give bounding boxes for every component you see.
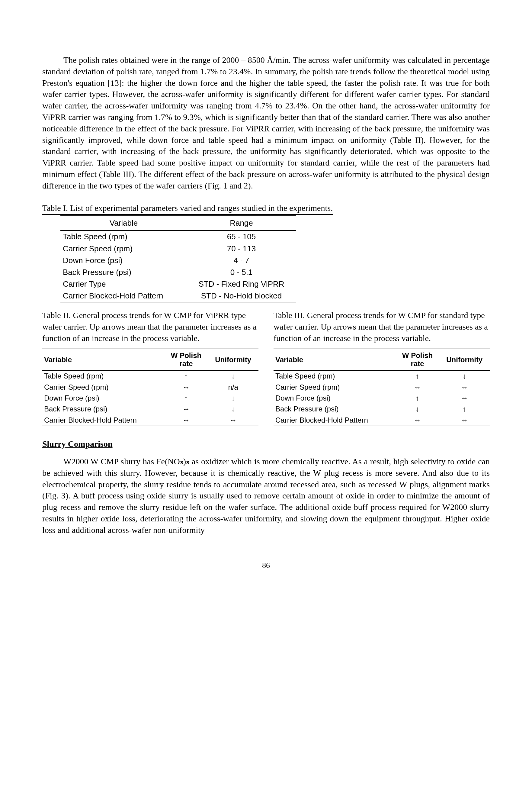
table-row: Back Pressure (psi) 0 - 5.1 <box>60 266 296 278</box>
cell-rate: ↑ <box>165 371 208 381</box>
cell-rate: ↔ <box>396 382 439 393</box>
table2-header-rate: W Polishrate <box>165 349 208 371</box>
cell-unif: ↓ <box>439 371 490 381</box>
cell-var: Down Force (psi) <box>42 393 165 404</box>
table1-header-var: Variable <box>60 216 187 231</box>
table-1: Variable Range Table Speed (rpm) 65 - 10… <box>60 215 296 302</box>
table3-header-unif: Uniformity <box>439 349 490 371</box>
table-row: Carrier Blocked-Hold Pattern ↔ ↔ <box>274 415 490 426</box>
cell-var: Carrier Blocked-Hold Pattern <box>42 415 165 426</box>
table-row: Table Speed (rpm) 65 - 105 <box>60 231 296 243</box>
cell-var: Table Speed (rpm) <box>42 371 165 381</box>
cell-unif: ↓ <box>208 393 258 404</box>
table1-title: Table I. List of experimental parameters… <box>42 202 333 215</box>
table-row: Back Pressure (psi) ↔ ↓ <box>42 404 258 415</box>
table2-caption: Table II. General process trends for W C… <box>42 310 258 344</box>
table1-header-range: Range <box>187 216 296 231</box>
cell-rate: ↑ <box>165 393 208 404</box>
table-row: Table Speed (rpm) ↑ ↓ <box>42 371 258 381</box>
table-row: Carrier Speed (rpm) ↔ n/a <box>42 382 258 393</box>
cell-rate: ↑ <box>396 393 439 404</box>
cell-rate: ↔ <box>165 404 208 415</box>
cell-unif: n/a <box>208 382 258 393</box>
cell-range: STD - Fixed Ring ViPRR <box>187 278 296 290</box>
table2-header-unif: Uniformity <box>208 349 258 371</box>
section-heading-slurry: Slurry Comparison <box>42 438 490 450</box>
cell-unif: ↔ <box>439 393 490 404</box>
cell-range: 70 - 113 <box>187 243 296 255</box>
cell-var: Carrier Speed (rpm) <box>60 243 187 255</box>
cell-unif: ↔ <box>439 415 490 426</box>
table-2: Variable W Polishrate Uniformity Table S… <box>42 349 258 426</box>
table3-caption: Table III. General process trends for W … <box>274 310 490 344</box>
cell-unif: ↔ <box>208 415 258 426</box>
cell-var: Carrier Speed (rpm) <box>274 382 396 393</box>
cell-var: Table Speed (rpm) <box>60 231 187 243</box>
table3-header-rate: W Polishrate <box>396 349 439 371</box>
table-3: Variable W Polishrate Uniformity Table S… <box>274 349 490 426</box>
cell-rate: ↑ <box>396 371 439 381</box>
cell-unif: ↔ <box>439 382 490 393</box>
cell-var: Carrier Type <box>60 278 187 290</box>
table-row: Carrier Speed (rpm) 70 - 113 <box>60 243 296 255</box>
paragraph-1: The polish rates obtained were in the ra… <box>42 54 490 191</box>
cell-var: Carrier Blocked-Hold Pattern <box>60 290 187 302</box>
cell-range: 0 - 5.1 <box>187 266 296 278</box>
paragraph-2: W2000 W CMP slurry has Fe(NO₃)₃ as oxidi… <box>42 456 490 536</box>
cell-range: 65 - 105 <box>187 231 296 243</box>
cell-unif: ↓ <box>208 404 258 415</box>
table-row: Carrier Type STD - Fixed Ring ViPRR <box>60 278 296 290</box>
cell-var: Back Pressure (psi) <box>274 404 396 415</box>
cell-rate: ↔ <box>165 382 208 393</box>
cell-var: Down Force (psi) <box>274 393 396 404</box>
table3-header-var: Variable <box>274 349 396 371</box>
table2-column: Table II. General process trends for W C… <box>42 310 258 426</box>
table-row: Table Speed (rpm) ↑ ↓ <box>274 371 490 381</box>
cell-var: Table Speed (rpm) <box>274 371 396 381</box>
cell-rate: ↓ <box>396 404 439 415</box>
table-row: Carrier Speed (rpm) ↔ ↔ <box>274 382 490 393</box>
cell-rate: ↔ <box>165 415 208 426</box>
page-number: 86 <box>42 560 490 571</box>
table-row: Down Force (psi) ↑ ↔ <box>274 393 490 404</box>
table2-header-var: Variable <box>42 349 165 371</box>
cell-var: Down Force (psi) <box>60 255 187 266</box>
cell-range: STD - No-Hold blocked <box>187 290 296 302</box>
table-row: Back Pressure (psi) ↓ ↑ <box>274 404 490 415</box>
table-row: Down Force (psi) 4 - 7 <box>60 255 296 266</box>
cell-unif: ↑ <box>439 404 490 415</box>
table-row: Down Force (psi) ↑ ↓ <box>42 393 258 404</box>
cell-var: Back Pressure (psi) <box>60 266 187 278</box>
table3-column: Table III. General process trends for W … <box>274 310 490 426</box>
table-row: Carrier Blocked-Hold Pattern STD - No-Ho… <box>60 290 296 302</box>
cell-range: 4 - 7 <box>187 255 296 266</box>
table-row: Carrier Blocked-Hold Pattern ↔ ↔ <box>42 415 258 426</box>
cell-var: Carrier Speed (rpm) <box>42 382 165 393</box>
cell-unif: ↓ <box>208 371 258 381</box>
cell-var: Back Pressure (psi) <box>42 404 165 415</box>
cell-var: Carrier Blocked-Hold Pattern <box>274 415 396 426</box>
cell-rate: ↔ <box>396 415 439 426</box>
